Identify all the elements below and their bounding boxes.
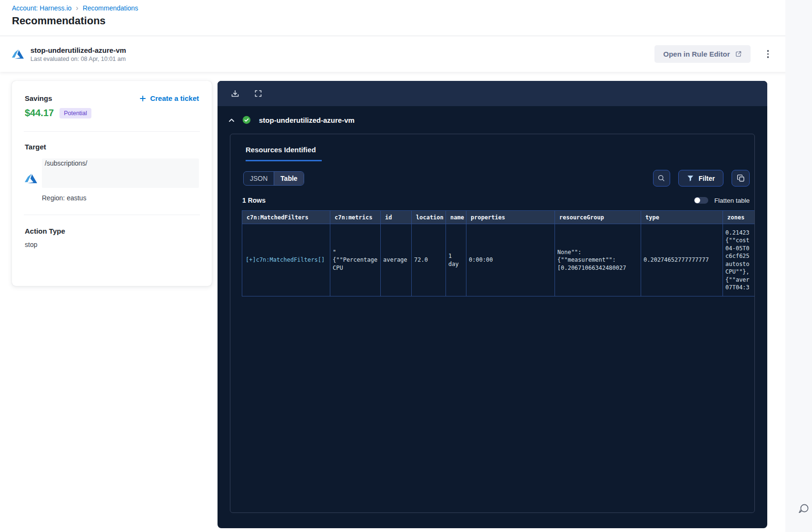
chevron-up-icon[interactable] bbox=[228, 117, 235, 123]
tab-resources-identified[interactable]: Resources Identified bbox=[246, 146, 322, 161]
copy-icon bbox=[737, 174, 745, 182]
chat-bubble-icon[interactable] bbox=[797, 502, 810, 515]
recommendation-header: stop-underutilized-azure-vm Last evaluat… bbox=[0, 36, 812, 72]
column-header: resourceGroup bbox=[555, 211, 641, 224]
target-region: Region: eastus bbox=[42, 194, 199, 202]
tab-bar: Resources Identified bbox=[230, 134, 754, 161]
cell-type: 0.20274652777777777 bbox=[641, 224, 723, 296]
matched-filters-expand-link[interactable]: [+]c7n:MatchedFilters[] bbox=[242, 224, 330, 296]
create-ticket-label: Create a ticket bbox=[150, 94, 199, 102]
column-header: type bbox=[641, 211, 723, 224]
resources-table: c7n:MatchedFilters c7n:metrics id locati… bbox=[242, 210, 754, 296]
savings-amount: $44.17 bbox=[25, 108, 54, 118]
cell-properties: 0:00:00 bbox=[466, 224, 555, 296]
cell-name: 1 day bbox=[446, 224, 466, 296]
right-controls: Filter bbox=[653, 170, 750, 187]
action-type-label: Action Type bbox=[25, 227, 199, 235]
external-link-icon bbox=[735, 50, 742, 58]
azure-icon bbox=[12, 48, 24, 60]
card-divider bbox=[24, 131, 200, 132]
open-rule-editor-label: Open in Rule Editor bbox=[663, 50, 730, 58]
rows-info-row: 1 Rows Flatten table bbox=[230, 197, 754, 204]
kebab-menu-icon[interactable] bbox=[765, 47, 772, 61]
filter-button[interactable]: Filter bbox=[678, 170, 723, 187]
page-title: Recommendations bbox=[12, 15, 106, 27]
breadcrumb: Account: Harness.io › Recommendations bbox=[12, 4, 138, 12]
panel-toolbar bbox=[218, 81, 767, 106]
cell-zones: 0.21423 {""cost 04-05T0 c6cf625 autosto … bbox=[723, 224, 755, 296]
recommendation-identity: stop-underutilized-azure-vm Last evaluat… bbox=[12, 46, 126, 62]
fullscreen-icon[interactable] bbox=[254, 89, 262, 98]
azure-icon bbox=[25, 172, 37, 185]
view-toggle-json[interactable]: JSON bbox=[244, 172, 274, 185]
search-button[interactable] bbox=[653, 170, 670, 187]
target-block: /subscriptions/ bbox=[42, 158, 199, 188]
target-redacted-region: /subscriptions/ bbox=[42, 158, 199, 188]
recommendation-name: stop-underutilized-azure-vm bbox=[30, 46, 126, 54]
toggle-knob bbox=[694, 197, 700, 203]
cell-location: 72.0 bbox=[412, 224, 446, 296]
cell-metrics: " {""Percentage CPU bbox=[330, 224, 381, 296]
check-circle-icon bbox=[242, 116, 251, 124]
target-path: /subscriptions/ bbox=[45, 159, 87, 167]
column-header: c7n:metrics bbox=[330, 211, 381, 224]
view-toggle: JSON Table bbox=[243, 171, 304, 186]
view-toggle-table[interactable]: Table bbox=[274, 172, 304, 185]
column-header: location bbox=[412, 211, 446, 224]
create-ticket-button[interactable]: Create a ticket bbox=[139, 94, 199, 102]
open-rule-editor-button[interactable]: Open in Rule Editor bbox=[654, 45, 750, 63]
column-header: properties bbox=[466, 211, 555, 224]
cell-id: average bbox=[381, 224, 412, 296]
target-label: Target bbox=[25, 143, 199, 151]
column-header: id bbox=[381, 211, 412, 224]
filter-funnel-icon bbox=[687, 175, 694, 182]
right-gutter bbox=[785, 0, 812, 532]
filter-label: Filter bbox=[699, 175, 715, 182]
flatten-control: Flatten table bbox=[694, 197, 750, 204]
table-controls-row: JSON Table Filt bbox=[230, 170, 754, 187]
savings-potential-badge: Potential bbox=[59, 108, 91, 118]
breadcrumb-account-link[interactable]: Account: Harness.io bbox=[12, 4, 71, 12]
resources-table-wrap: c7n:MatchedFilters c7n:metrics id locati… bbox=[242, 210, 754, 512]
resources-panel: stop-underutilized-azure-vm Resources Id… bbox=[218, 81, 767, 528]
column-header: zones bbox=[723, 211, 755, 224]
panel-rule-title: stop-underutilized-azure-vm bbox=[259, 116, 355, 124]
recommendation-summary-card: Savings Create a ticket $44.17 Potential… bbox=[12, 81, 212, 286]
flatten-table-toggle[interactable] bbox=[694, 197, 708, 204]
download-icon[interactable] bbox=[231, 89, 239, 98]
recommendation-last-evaluated: Last evaluated on: 08 Apr, 10:01 am bbox=[30, 56, 126, 62]
recommendation-title-block: stop-underutilized-azure-vm Last evaluat… bbox=[30, 46, 126, 62]
plus-icon bbox=[139, 95, 146, 102]
copy-button[interactable] bbox=[732, 170, 750, 187]
column-header: c7n:MatchedFilters bbox=[242, 211, 330, 224]
rows-count: 1 Rows bbox=[242, 197, 266, 204]
search-icon bbox=[657, 174, 665, 182]
card-divider bbox=[24, 215, 200, 215]
table-row: [+]c7n:MatchedFilters[] " {""Percentage … bbox=[242, 224, 755, 296]
action-type-value: stop bbox=[25, 241, 199, 248]
savings-label: Savings bbox=[25, 94, 52, 102]
column-header: name bbox=[446, 211, 466, 224]
breadcrumb-separator: › bbox=[76, 5, 78, 11]
flatten-table-label: Flatten table bbox=[714, 197, 750, 204]
resources-identified-container: Resources Identified JSON Table bbox=[230, 134, 755, 513]
cell-resource-group: None"": {""measurement"": [0.20671066342… bbox=[555, 224, 641, 296]
panel-titlebar: stop-underutilized-azure-vm bbox=[218, 106, 767, 134]
breadcrumb-recommendations-link[interactable]: Recommendations bbox=[83, 4, 139, 12]
page: { "colors": { "accent_blue": "#0278d5", … bbox=[0, 0, 812, 532]
table-header-row: c7n:MatchedFilters c7n:metrics id locati… bbox=[242, 211, 755, 224]
